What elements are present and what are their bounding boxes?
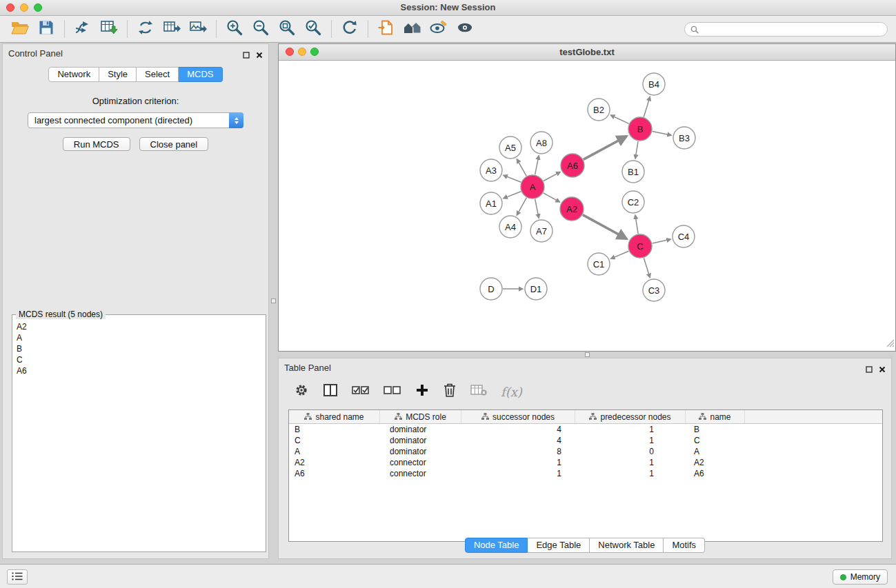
graph-node-A2[interactable]: A2 [560, 197, 584, 221]
edge-C-C4[interactable] [653, 239, 671, 243]
edge-A-A7[interactable] [535, 199, 539, 219]
export-table-button[interactable] [159, 18, 185, 40]
column-header-successor-nodes[interactable]: successor nodes [461, 410, 575, 423]
network-window-titlebar[interactable]: testGlobe.txt [279, 44, 895, 61]
edge-B-B3[interactable] [653, 132, 672, 136]
deselect-all-icon[interactable] [384, 385, 401, 398]
edge-C-C2[interactable] [635, 215, 638, 234]
graph-node-A4[interactable]: A4 [499, 216, 521, 238]
graph-node-A1[interactable]: A1 [480, 192, 502, 214]
close-network-window-button[interactable] [286, 48, 294, 56]
reload-network-button[interactable] [132, 18, 159, 40]
optimization-criterion-dropdown[interactable]: largest connected component (directed) [28, 112, 243, 128]
graph-node-A[interactable]: A [521, 175, 544, 199]
run-mcds-button[interactable]: Run MCDS [63, 137, 130, 151]
graph-node-A3[interactable]: A3 [480, 159, 502, 181]
edge-A-A2[interactable] [544, 193, 560, 202]
edge-A-A3[interactable] [504, 175, 521, 182]
result-item[interactable]: C [17, 354, 261, 365]
table-row[interactable]: A2connector11A2 [289, 457, 882, 468]
column-header-predecessor-nodes[interactable]: predecessor nodes [575, 410, 686, 423]
graph-node-A6[interactable]: A6 [561, 154, 584, 177]
open-document-button[interactable] [373, 18, 399, 40]
close-panel-icon[interactable] [256, 49, 263, 61]
toggle-columns-icon[interactable] [323, 383, 338, 400]
tab-network[interactable]: Network [48, 67, 99, 82]
splitter-grip[interactable] [271, 298, 276, 303]
settings-gear-icon[interactable] [294, 383, 309, 401]
tab-motifs[interactable]: Motifs [664, 538, 705, 553]
graph-node-C4[interactable]: C4 [673, 225, 695, 247]
horizontal-splitter[interactable] [278, 352, 896, 357]
column-header-shared-name[interactable]: shared name [289, 410, 380, 423]
graph-node-B3[interactable]: B3 [673, 127, 695, 149]
graph-node-B4[interactable]: B4 [643, 73, 665, 95]
table-row[interactable]: Cdominator41C [289, 435, 882, 446]
graph-node-A8[interactable]: A8 [530, 132, 552, 154]
column-header-mcds-role[interactable]: MCDS role [380, 410, 461, 423]
home-button[interactable] [399, 18, 426, 40]
edit-graphics-button[interactable] [426, 18, 452, 40]
edge-A-A4[interactable] [517, 198, 526, 216]
result-item[interactable]: A [17, 332, 261, 343]
delete-table-icon[interactable] [470, 384, 487, 399]
edge-A2-C[interactable] [583, 215, 627, 239]
edge-A-A1[interactable] [504, 192, 521, 199]
graph-node-A5[interactable]: A5 [499, 136, 521, 159]
maximize-network-window-button[interactable] [310, 48, 319, 56]
close-panel-icon[interactable] [879, 363, 886, 376]
minimize-window-button[interactable] [20, 3, 28, 12]
maximize-window-button[interactable] [34, 3, 42, 12]
edge-A-A5[interactable] [517, 159, 526, 176]
result-item[interactable]: A2 [17, 321, 261, 332]
edge-B-B4[interactable] [644, 97, 650, 117]
graph-node-C3[interactable]: C3 [643, 279, 665, 301]
tab-mcds[interactable]: MCDS [179, 67, 222, 82]
add-row-icon[interactable] [415, 383, 429, 400]
float-panel-icon[interactable] [243, 49, 250, 61]
tab-network-table[interactable]: Network Table [590, 538, 664, 553]
edge-A-A6[interactable] [544, 172, 561, 181]
vertical-splitter[interactable] [270, 43, 277, 559]
edge-B-B2[interactable] [610, 115, 629, 123]
minimize-network-window-button[interactable] [298, 48, 306, 56]
import-table-button[interactable] [96, 18, 122, 40]
close-window-button[interactable] [6, 3, 14, 12]
table-row[interactable]: A6connector11A6 [289, 468, 882, 479]
column-header-name[interactable]: name [686, 410, 745, 423]
edge-B-B1[interactable] [635, 141, 638, 159]
table-row[interactable]: Bdominator41B [289, 424, 882, 435]
network-canvas[interactable]: B4B2BB3A5A8A6B1A3AC2A1A2A4A7C4CC1C3DD1 [279, 61, 895, 351]
refresh-view-button[interactable] [337, 18, 363, 40]
memory-button[interactable]: Memory [833, 569, 888, 585]
function-builder-icon[interactable]: f(x) [501, 385, 522, 399]
result-item[interactable]: A6 [17, 365, 261, 376]
save-session-button[interactable] [33, 18, 59, 40]
graph-node-C2[interactable]: C2 [622, 191, 644, 213]
graph-node-B2[interactable]: B2 [588, 99, 610, 121]
search-input[interactable] [684, 22, 888, 37]
open-session-button[interactable] [7, 18, 33, 40]
zoom-in-button[interactable] [221, 18, 248, 40]
tab-style[interactable]: Style [99, 67, 137, 82]
panel-selector-button[interactable] [7, 569, 28, 585]
tab-edge-table[interactable]: Edge Table [528, 538, 590, 553]
edge-C-C1[interactable] [610, 251, 628, 258]
window-resize-grip[interactable] [886, 338, 895, 350]
import-network-button[interactable] [70, 18, 96, 40]
result-item[interactable]: B [17, 343, 261, 354]
delete-row-icon[interactable] [443, 383, 457, 401]
tab-node-table[interactable]: Node Table [465, 538, 528, 553]
export-image-button[interactable] [185, 18, 211, 40]
graph-node-D[interactable]: D [480, 278, 502, 300]
zoom-selected-button[interactable] [300, 18, 326, 40]
edge-A-A8[interactable] [535, 156, 539, 175]
graph-node-D1[interactable]: D1 [525, 278, 547, 300]
splitter-grip[interactable] [585, 352, 590, 357]
graph-node-C1[interactable]: C1 [588, 253, 610, 275]
close-panel-button[interactable]: Close panel [139, 137, 209, 151]
show-graphics-button[interactable] [452, 18, 478, 40]
tab-select[interactable]: Select [137, 67, 179, 82]
select-all-icon[interactable] [352, 385, 370, 398]
network-graph[interactable]: B4B2BB3A5A8A6B1A3AC2A1A2A4A7C4CC1C3DD1 [279, 61, 895, 351]
